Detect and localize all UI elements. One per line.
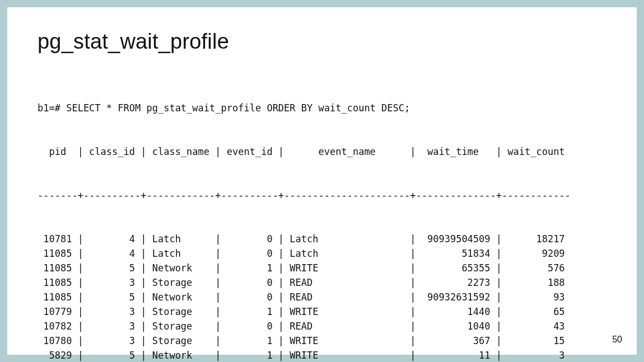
table-rule: -------+----------+------------+--------… xyxy=(38,188,606,203)
slide-title: pg_stat_wait_profile xyxy=(38,30,606,54)
table-header: pid | class_id | class_name | event_id |… xyxy=(38,144,606,159)
table-row: 11085 | 5 | Network | 0 | READ | 9093263… xyxy=(38,290,606,304)
table-rows: 10781 | 4 | Latch | 0 | Latch | 90939504… xyxy=(38,232,606,362)
table-row: 11085 | 3 | Storage | 0 | READ | 2273 | … xyxy=(38,275,606,290)
terminal-output: b1=# SELECT * FROM pg_stat_wait_profile … xyxy=(38,72,606,362)
table-row: 11085 | 5 | Network | 1 | WRITE | 65355 … xyxy=(38,261,606,275)
page-number: 50 xyxy=(612,335,622,345)
table-row: 5829 | 5 | Network | 1 | WRITE | 11 | 3 xyxy=(38,348,606,362)
slide-frame: pg_stat_wait_profile b1=# SELECT * FROM … xyxy=(7,7,637,355)
table-row: 11085 | 4 | Latch | 0 | Latch | 51834 | … xyxy=(38,246,606,261)
table-row: 10782 | 3 | Storage | 0 | READ | 1040 | … xyxy=(38,319,606,333)
table-row: 10779 | 3 | Storage | 1 | WRITE | 1440 |… xyxy=(38,304,606,319)
table-row: 10781 | 4 | Latch | 0 | Latch | 90939504… xyxy=(38,232,606,246)
sql-query-line: b1=# SELECT * FROM pg_stat_wait_profile … xyxy=(38,101,606,115)
table-row: 10780 | 3 | Storage | 1 | WRITE | 367 | … xyxy=(38,333,606,348)
